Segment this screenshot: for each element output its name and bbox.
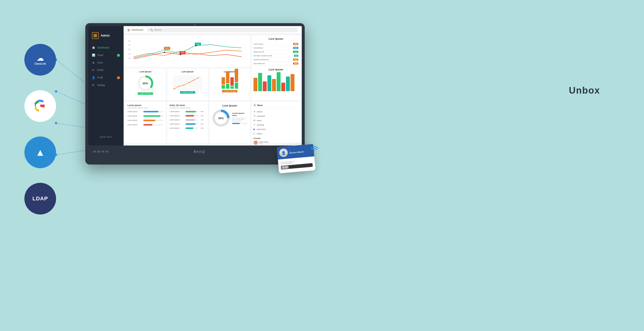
sidebar-item-setting[interactable]: ⚙ Setting (88, 82, 124, 89)
svg-point-40 (184, 84, 184, 86)
ldap-logo: LDAP (24, 183, 56, 214)
svg-text:500: 500 (128, 40, 131, 42)
user-icon: 👤 (92, 76, 95, 79)
dolor-row-5: Lorem ipsum 63% (170, 127, 206, 129)
friends-section: Friends Adam Soley online (254, 137, 298, 146)
email-icon: ✉ (92, 68, 95, 72)
profil-badge (117, 76, 120, 79)
bar-card: Lore Ipsum (210, 68, 250, 100)
bar-5 (272, 79, 276, 91)
sidebar-nav: 🏠 Dashboard 📊 Chart 🖥 Form ✉ Email (88, 44, 124, 132)
bar-card-title: Lore Ipsum (224, 70, 236, 73)
bar-6 (277, 72, 280, 91)
bar-8 (286, 76, 290, 91)
stat-row-3: adipiscing elit 122 (254, 50, 298, 54)
svg-point-41 (188, 82, 190, 83)
sidebar-item-dashboard[interactable]: 🏠 Dashboard (88, 44, 124, 52)
sidebar-item-profil[interactable]: 👤 Profil (88, 74, 124, 82)
svg-text:200: 200 (181, 52, 184, 54)
right-bottom-panel: ☰ Menu ★ favorit ⚑ important ✉ (252, 102, 300, 143)
bar-2 (258, 73, 262, 91)
progress-card-left: Lorem ipsum consectetuer adipiscing elit… (125, 102, 166, 143)
social-newsfeed[interactable]: ▶ news feed (254, 127, 298, 132)
dolor-row-3: Lorem ipsum 74% (170, 119, 206, 121)
bar-1 (254, 78, 258, 91)
monitor-bottom-bar: BenQ ((·)) (88, 146, 302, 158)
home-breadcrumb-icon: 🏠 (127, 28, 130, 31)
id-card-body: Lorem ipsum dolor sit amet consectetuer (280, 156, 313, 170)
progress-row-2: Lorem ipsum (128, 115, 163, 117)
stat-row-4: sed diam nonummy nibh 99 (254, 54, 298, 58)
bottom-donut-title: Lore Ipsum (212, 104, 248, 107)
id-card-photo: 👤 (279, 148, 288, 158)
friend-1-status: online (259, 143, 268, 144)
main-content: 🏠 Dashboard 🔍 Search 500 (124, 26, 302, 146)
svg-text:400: 400 (128, 44, 131, 46)
menu-icon: ☰ (254, 104, 256, 107)
home-icon: 🏠 (92, 46, 95, 49)
social-trending[interactable]: ↗ trending (254, 122, 298, 127)
port-3 (102, 151, 104, 152)
middle-panel-section: Lore Ipsum (254, 68, 298, 92)
sidebar-item-chart[interactable]: 📊 Chart (88, 52, 124, 59)
classlink-logo: ☁ ClassLink (24, 44, 56, 76)
friend-1-avatar (254, 140, 258, 145)
bar-3 (263, 82, 267, 91)
stat-row-6: Duis autem vel 434 (254, 62, 298, 66)
line-card-btn[interactable]: LORE IPSUM (180, 91, 195, 94)
google-logo (24, 90, 56, 122)
svg-text:270: 270 (166, 47, 168, 50)
donut-card: Lore Ipsum 65% LORE IPSUM (125, 68, 166, 100)
right-stats-panel: Lore Ipsum Lorem ipsum 654 consectetuer … (252, 35, 300, 100)
important-icon: ⚑ (254, 115, 256, 117)
bar-card-btn[interactable]: LORE IPSUM (222, 90, 238, 92)
bottom-donut-label: Lorem ipsum dolor (232, 112, 248, 116)
svg-text:200: 200 (128, 53, 131, 55)
svg-point-46 (314, 150, 315, 151)
unbox-section: Unbox (569, 85, 600, 96)
sidebar-item-form[interactable]: 🖥 Form (88, 59, 124, 66)
port-2 (97, 151, 100, 152)
bottom-donut-percent: 50% (218, 117, 224, 120)
monitor-ports (93, 151, 108, 152)
friend-1-name: Adam Soley (259, 141, 268, 143)
social-important[interactable]: ⚑ important (254, 114, 298, 118)
social-inbox[interactable]: ✉ inbox (254, 118, 298, 122)
svg-point-42 (193, 80, 194, 81)
middle-panel-title: Lore Ipsum (254, 68, 298, 71)
right-panel-title: Lore Ipsum (254, 37, 298, 40)
monitor-screen: Admin 🏠 Dashboard 📊 Chart 🖥 Form (88, 26, 302, 146)
newsfeed-icon: ▶ (254, 128, 255, 130)
dolor-row-2: Lorem ipsum 70% (170, 115, 206, 116)
star-icon: ★ (254, 110, 256, 113)
unbox-title: Unbox (569, 85, 600, 96)
arista-logo: ▲ (24, 136, 56, 168)
signout-button[interactable]: SIGN OUT (88, 132, 124, 142)
dolor-row-1: Lorem ipsum 89% (170, 111, 206, 112)
svg-text:100: 100 (128, 58, 131, 59)
svg-point-38 (174, 88, 175, 89)
search-bar[interactable]: 🔍 Search (147, 28, 298, 32)
social-videos[interactable]: ▷ videos (254, 132, 298, 136)
line-card: Lore Ipsum (167, 68, 208, 100)
dolor-row-4: Lorem ipsum 81% (170, 123, 206, 125)
donut-card-title: Lore Ipsum (140, 70, 151, 73)
sidebar-item-email[interactable]: ✉ Email (88, 66, 124, 74)
search-placeholder: Search (154, 28, 162, 31)
breadcrumb-label: Dashboard (132, 28, 143, 31)
stat-row-1: Lorem ipsum 654 (254, 42, 298, 46)
top-bar: 🏠 Dashboard 🔍 Search (124, 26, 302, 34)
bar-7 (281, 83, 285, 91)
search-icon: 🔍 (150, 28, 153, 31)
sidebar: Admin 🏠 Dashboard 📊 Chart 🖥 Form (88, 26, 124, 146)
camera-dot (194, 24, 196, 26)
svg-point-39 (179, 86, 180, 87)
svg-rect-13 (94, 34, 96, 36)
donut-percent: 65% (142, 82, 148, 85)
video-icon: ▷ (254, 132, 255, 135)
social-favorit[interactable]: ★ favorit (254, 110, 298, 114)
dolor-title: Dolor Sit Amet (170, 104, 206, 106)
monitor-brand: BenQ (194, 150, 206, 154)
donut-card-btn[interactable]: LORE IPSUM (138, 92, 153, 95)
main-line-chart: 500 400 300 200 100 (125, 35, 250, 67)
